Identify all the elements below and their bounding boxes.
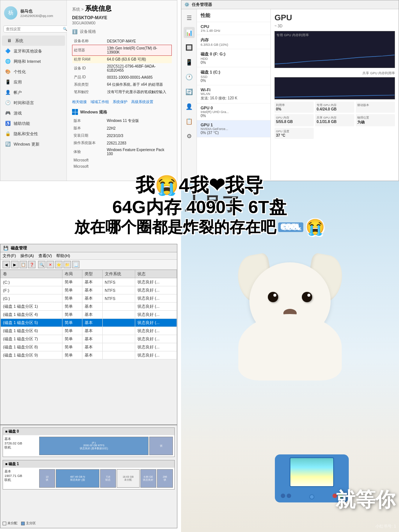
disk-row-7[interactable]: (磁盘 1 磁盘分区 7)简单基本状态良好 (... [1, 335, 177, 343]
disk-menu-1[interactable]: 操作(A) [20, 253, 34, 259]
tm-perf-header: 性能 [197, 9, 270, 22]
device-info-table: 设备名称DESKTOP-MAYE处理器13th Gen Intel(R) Cor… [72, 37, 172, 96]
tm-perf-item-0[interactable]: CPU1% 1.48 GHz [197, 22, 270, 35]
win-row-2: 安装日期2023/10/3 [72, 132, 172, 139]
btn-del[interactable]: ✕ [47, 261, 54, 268]
info-value-6: 没有可用于此显示器的笔或触控输入 [106, 88, 172, 96]
tm-perf-item-3[interactable]: 磁盘 1 (C:)SSD0% [197, 67, 270, 85]
disk-row-5[interactable]: (磁盘 1 磁盘分区 5)简单基本状态良好 (... [1, 319, 177, 327]
disk-partition-table: 卷布局类型文件系统状态 (C:)简单基本NTFS状态良好 (...(F:)简单基… [0, 270, 177, 359]
sidebar-item-7[interactable]: 🎮游戏 [0, 108, 66, 118]
btn-help[interactable]: ❓ [28, 261, 35, 268]
page-title: 系统信息 [85, 5, 112, 12]
win-info-table: 版本Windows 11 专业版版本22H2安装日期2023/10/3操作系统版… [72, 117, 172, 170]
tm-perf-icon[interactable]: 📊 [184, 27, 195, 38]
disk1-body: 基本 1907.71 GB 联机 10状 487.46 GB N状态良好 (固 … [3, 468, 174, 489]
disk1-p5: 286状 [157, 469, 173, 488]
link-3[interactable]: 高级系统设置 [131, 99, 153, 105]
disk-row-8[interactable]: (磁盘 1 磁盘分区 8)简单基本状态良好 (... [1, 343, 177, 351]
tm-item-name-6: GPU 1 [201, 123, 267, 127]
link-1[interactable]: 域域工作组 [91, 99, 109, 105]
nav-label-2: 网络和 Internet [14, 59, 41, 64]
tm-history-icon[interactable]: 🕐 [184, 71, 195, 82]
dcell-layout-1: 简单 [62, 286, 82, 294]
tm-details-icon[interactable]: 📋 [184, 116, 195, 127]
disk-row-2[interactable]: (G:)简单基本NTFS状态良好 (... [1, 294, 177, 303]
disk-menu-3[interactable]: 帮助(H) [56, 253, 70, 259]
tm-stat-label-5: 物理位置 [357, 116, 393, 120]
tm-menu-icon[interactable]: ☰ [184, 12, 195, 23]
sidebar-item-3[interactable]: 🎨个性化 [0, 66, 66, 77]
sidebar-item-1[interactable]: 🔷蓝牙和其他设备 [0, 46, 66, 56]
dcell-type-8: 基本 [82, 343, 102, 351]
win-label-1: 版本 [72, 125, 105, 132]
btn-add[interactable]: ⭐ [55, 261, 62, 268]
dcell-fs-0: NTFS [102, 278, 135, 286]
btn-search[interactable]: 🔍 [38, 261, 45, 268]
dcell-vol-4: (磁盘 1 磁盘分区 4) [1, 311, 62, 319]
sidebar-item-6[interactable]: 🕐时间和语言 [0, 98, 66, 108]
disk-row-0[interactable]: (C:)简单基本NTFS状态良好 (... [1, 278, 177, 286]
disk-toolbar: ◀ ▶ 📋 ❓ 🔍 ✕ ⭐ 📁 📃 [0, 260, 177, 270]
tm-item-val-2: 0% [201, 61, 267, 65]
search-input[interactable] [6, 27, 63, 31]
btn-view[interactable]: 📋 [20, 261, 27, 268]
dcell-layout-9: 简单 [62, 351, 82, 359]
link-0[interactable]: 相关链接 [72, 99, 87, 105]
disk-row-3[interactable]: (磁盘 1 磁盘分区 1)简单基本状态良好 (... [1, 303, 177, 311]
win-row-3: 操作系统版本22621.2283 [72, 139, 172, 147]
sidebar-item-4[interactable]: 📱应用 [0, 77, 66, 87]
info-row-6: 笔和触控没有可用于此显示器的笔或触控输入 [72, 88, 172, 96]
tm-perf-item-5[interactable]: GPU 0Intel(R) UHD Gra...0% [197, 103, 270, 120]
tm-perf-item-2[interactable]: 磁盘 0 (F: G:)HDD0% [197, 49, 270, 67]
link-2[interactable]: 系统保护 [113, 99, 127, 105]
disk1-type: 基本 [4, 469, 38, 474]
dcell-vol-9: (磁盘 1 磁盘分区 9) [1, 351, 62, 359]
dcell-type-2: 基本 [82, 294, 102, 303]
dog-eye-left [268, 292, 278, 302]
disk1-block: ■ 磁盘 1 基本 1907.71 GB 联机 10状 487.46 GB N状… [3, 460, 175, 490]
sidebar-item-8[interactable]: ♿辅助功能 [0, 118, 66, 129]
tm-stat-val-6: 37 °C [276, 133, 312, 137]
settings-content: 系统 > 系统信息 DESKTOP-MAYE 30GUA00M00 ℹ️ 设备规… [67, 0, 177, 181]
btn-right [287, 494, 291, 498]
dcell-type-9: 基本 [82, 351, 102, 359]
win-row-1: 版本22H2 [72, 125, 172, 132]
btn-list[interactable]: 📃 [72, 261, 79, 268]
tm-perf-item-4[interactable]: Wi-FiWLAN发送: 16.0 接收: 120 K [197, 85, 270, 103]
disk-row-1[interactable]: (F:)简单基本NTFS状态良好 (... [1, 286, 177, 294]
sidebar-item-10[interactable]: 🔄Windows 更新 [0, 139, 66, 149]
disk-menu-0[interactable]: 文件(F) [3, 253, 16, 259]
tm-perf-item-6[interactable]: GPU 1NVIDIA GeForce...0% (37 °C) [197, 120, 270, 137]
overlay-text: 我😭4我❤我导 64G内存 4090卡 6T盘 放在哪个圈都是炸裂的存在吧 CO… [0, 170, 399, 240]
tm-stat-label-1: 专用 GPU 内存 [317, 103, 353, 107]
tm-proc-icon[interactable]: 🔲 [184, 42, 195, 53]
dcell-status-9: 状态良好 (... [135, 351, 177, 359]
tm-startup-icon[interactable]: 🔄 [184, 86, 195, 97]
tm-services-icon[interactable]: ⚙ [184, 130, 195, 141]
dcell-vol-1: (F:) [1, 286, 62, 294]
tm-perf-item-1[interactable]: 内存6.3/63.6 GB (10%) [197, 35, 270, 49]
sidebar-item-9[interactable]: 🔒隐私和安全性 [0, 129, 66, 139]
breadcrumb: 系统 > 系统信息 [72, 4, 172, 13]
tm-users-icon[interactable]: 👤 [184, 101, 195, 112]
disk-menu-2[interactable]: 查看(V) [38, 253, 52, 259]
disk-row-4[interactable]: (磁盘 1 磁盘分区 4)简单基本状态良好 (... [1, 311, 177, 319]
sidebar-item-2[interactable]: 🌐网络和 Internet [0, 56, 66, 66]
disk-row-6[interactable]: (磁盘 1 磁盘分区 6)简单基本状态良好 (... [1, 327, 177, 335]
nav-icon-5: 👤 [5, 89, 11, 95]
btn-fwd[interactable]: ▶ [11, 261, 18, 268]
sidebar-item-5[interactable]: 👤帐户 [0, 87, 66, 98]
disk-titlebar: 💾 磁盘管理 [0, 244, 177, 252]
btn-folder[interactable]: 📁 [64, 261, 71, 268]
tm-stat-val-0: 0% [276, 107, 312, 111]
win-label-6: Microsoft [72, 163, 105, 170]
btn-back[interactable]: ◀ [3, 261, 10, 268]
windows-specs: Windows 规格 版本Windows 11 专业版版本22H2安装日期202… [72, 109, 172, 170]
tm-app-icon[interactable]: 📱 [184, 57, 195, 68]
dcell-type-5: 基本 [82, 319, 102, 327]
sidebar-item-0[interactable]: 🖥系统 [2, 35, 65, 46]
disk0-part-f: (F:)2000.00 GB NTFS状态良好 (基本数据分区) [39, 437, 149, 455]
dcell-layout-4: 简单 [62, 311, 82, 319]
disk-row-9[interactable]: (磁盘 1 磁盘分区 9)简单基本状态良好 (... [1, 351, 177, 359]
